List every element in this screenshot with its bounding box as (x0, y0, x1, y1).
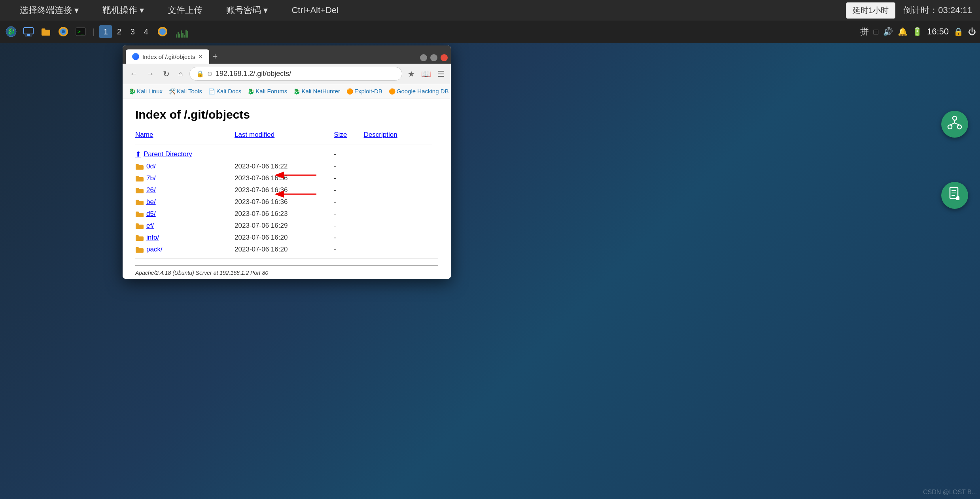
taskbar-notif-icon[interactable]: 🔔 (898, 27, 908, 36)
svg-rect-3 (27, 34, 30, 36)
col-header-description[interactable]: Description (364, 129, 438, 140)
toolbar-ctrlaltdel[interactable]: Ctrl+Alt+Del (280, 2, 350, 19)
kali-linux-icon: 🐉 (129, 88, 136, 95)
desktop: 选择终端连接 ▾ 靶机操作 ▾ 文件上传 账号密码 ▾ Ctrl+Alt+Del… (0, 0, 980, 499)
reader-mode-button[interactable]: 📖 (420, 68, 433, 80)
file-name-cell: be/ (135, 196, 235, 208)
workspace-3[interactable]: 3 (126, 25, 139, 38)
folder-link-ef-[interactable]: ef/ (135, 222, 228, 230)
menu-button[interactable]: ☰ (436, 68, 446, 80)
parent-icon: ⬆ (135, 150, 141, 159)
parent-dir-link[interactable]: ⬆ Parent Directory (135, 150, 228, 159)
svg-point-15 (948, 125, 952, 129)
file-desc-cell (364, 232, 438, 244)
taskbar-time: 16:50 (927, 26, 949, 37)
workspace-2[interactable]: 2 (113, 25, 125, 38)
taskbar-dragon-icon[interactable]: 🐉 (4, 25, 18, 39)
bookmark-kali-nethunter[interactable]: 🐉 Kali NetHunter (291, 87, 342, 96)
taskbar-volume-icon[interactable]: 🔊 (883, 27, 893, 36)
workspace-1[interactable]: 1 (99, 25, 112, 38)
toolbar-terminal[interactable]: 选择终端连接 ▾ (8, 1, 91, 19)
folder-icon (135, 198, 144, 206)
folder-link-pack-[interactable]: pack/ (135, 246, 228, 253)
table-row: 0d/ 2023-07-06 16:22- (135, 161, 438, 172)
close-button[interactable] (441, 54, 448, 61)
watermark: CSDN @LOST B... (923, 489, 977, 496)
taskbar-input-method[interactable]: 拼 (860, 26, 869, 38)
table-row: ⬆ Parent Directory - (135, 148, 438, 161)
taskbar-battery-icon[interactable]: 🔋 (912, 27, 922, 36)
file-name-cell: ⬆ Parent Directory (135, 148, 235, 161)
address-bar: ← → ↻ ⌂ 🔒 ⊙ 192.168.1.2/.git/objects/ ★ … (123, 64, 451, 84)
folder-link-0d-[interactable]: 0d/ (135, 163, 228, 170)
url-bar[interactable]: 🔒 ⊙ 192.168.1.2/.git/objects/ (189, 67, 402, 81)
taskbar-lock-icon[interactable]: 🔒 (954, 27, 963, 36)
bookmark-kali-docs[interactable]: 📄 Kali Docs (206, 87, 244, 96)
table-row: pack/ 2023-07-06 16:20- (135, 244, 438, 255)
file-name-cell: ef/ (135, 220, 235, 232)
svg-point-14 (953, 116, 957, 120)
address-bar-actions: ★ 📖 ☰ (406, 68, 446, 80)
toolbar-account[interactable]: 账号密码 ▾ (214, 1, 280, 19)
url-text: 192.168.1.2/.git/objects/ (216, 70, 291, 78)
col-header-modified[interactable]: Last modified (235, 129, 334, 140)
taskbar-desktop-icon[interactable] (21, 25, 36, 39)
bookmark-kali-forums[interactable]: 🐉 Kali Forums (245, 87, 289, 96)
bookmark-kali-linux[interactable]: 🐉 Kali Linux (127, 87, 165, 96)
tab-close-btn[interactable]: ✕ (198, 53, 203, 60)
delay-button[interactable]: 延时1小时 (846, 2, 895, 19)
file-size-cell: - (334, 184, 363, 196)
toolbar-right: 延时1小时 倒计时：03:24:11 (846, 2, 972, 19)
taskbar-firefox-icon[interactable] (56, 25, 70, 39)
toolbar-target[interactable]: 靶机操作 ▾ (91, 1, 156, 19)
home-button[interactable]: ⌂ (176, 68, 185, 80)
file-name-cell: d5/ (135, 208, 235, 220)
file-modified-cell: 2023-07-06 16:20 (235, 232, 334, 244)
folder-link-7b-[interactable]: 7b/ (135, 174, 228, 182)
bookmark-star-button[interactable]: ★ (406, 68, 416, 80)
bookmark-google-hacking[interactable]: 🟠 Google Hacking DB (386, 87, 451, 96)
taskbar-browser-active[interactable] (155, 25, 170, 39)
file-table: Name Last modified Size Description ⬆ Pa… (135, 129, 438, 255)
folder-link-info-[interactable]: info/ (135, 234, 228, 242)
back-button[interactable]: ← (127, 68, 140, 80)
file-desc-cell (364, 208, 438, 220)
forward-button[interactable]: → (144, 68, 157, 80)
file-name-cell: 26/ (135, 184, 235, 196)
file-size-cell: - (334, 208, 363, 220)
workspace-4[interactable]: 4 (140, 25, 152, 38)
network-icon (947, 115, 962, 133)
file-modified-cell: 2023-07-06 16:36 (235, 184, 334, 196)
browser-tab-active[interactable]: Index of /.git/objects ✕ (126, 49, 209, 64)
refresh-button[interactable]: ↻ (161, 68, 172, 80)
taskbar-power-icon[interactable]: ⏻ (968, 27, 976, 36)
taskbar-terminal-icon[interactable]: >_ (74, 25, 88, 39)
float-network-button[interactable] (941, 111, 968, 138)
folder-link-26-[interactable]: 26/ (135, 186, 228, 194)
kali-forums-icon: 🐉 (248, 88, 254, 95)
file-modified-cell (235, 148, 334, 161)
taskbar-folder-icon[interactable] (39, 25, 53, 39)
new-tab-button[interactable]: + (209, 49, 221, 64)
file-desc-cell (364, 220, 438, 232)
file-modified-cell: 2023-07-06 16:36 (235, 172, 334, 184)
file-size-cell: - (334, 196, 363, 208)
bookmark-exploit-db[interactable]: 🟠 Exploit-DB (344, 87, 385, 96)
taskbar-window-icon[interactable]: □ (874, 27, 878, 36)
table-row: ef/ 2023-07-06 16:29- (135, 220, 438, 232)
col-header-size[interactable]: Size (334, 129, 363, 140)
file-desc-cell (364, 148, 438, 161)
tab-title: Index of /.git/objects (142, 53, 195, 60)
folder-link-be-[interactable]: be/ (135, 198, 228, 206)
col-header-name[interactable]: Name (135, 129, 235, 140)
file-size-cell: - (334, 220, 363, 232)
folder-link-d5-[interactable]: d5/ (135, 210, 228, 218)
minimize-button[interactable] (420, 54, 427, 61)
toolbar-upload[interactable]: 文件上传 (156, 1, 214, 19)
maximize-button[interactable] (430, 54, 437, 61)
bookmark-kali-tools[interactable]: 🛠️ Kali Tools (166, 87, 204, 96)
file-name-cell: info/ (135, 232, 235, 244)
file-modified-cell: 2023-07-06 16:36 (235, 196, 334, 208)
float-doc-button[interactable] (941, 182, 968, 209)
file-desc-cell (364, 184, 438, 196)
